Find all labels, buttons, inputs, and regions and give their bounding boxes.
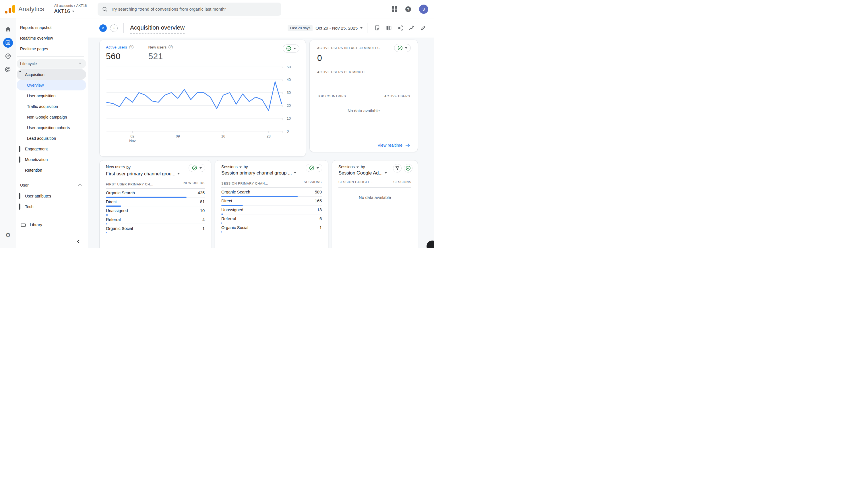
analytics-logo-icon — [4, 5, 15, 14]
sidebar-section-user[interactable]: User — [17, 180, 86, 190]
help-icon[interactable]: ? — [405, 6, 412, 13]
channel-label: Organic Search — [106, 190, 135, 195]
channel-label: Direct — [106, 200, 117, 204]
caret-down-icon — [316, 167, 319, 169]
dimension-column-header: FIRST USER PRIMARY CH... — [106, 183, 153, 186]
sidebar-item-non-google-campaign[interactable]: Non Google campaign — [17, 112, 86, 122]
sidebar-item-user-acquisition[interactable]: User acquisition — [17, 90, 86, 101]
sidebar-item-user-attributes[interactable]: User attributes — [17, 190, 86, 201]
dimension-column-header: SESSION PRIMARY CHAN... — [221, 182, 268, 185]
reports-icon-active[interactable] — [1, 36, 15, 49]
user-avatar[interactable]: 3 — [419, 4, 428, 14]
check-circle-icon[interactable] — [404, 164, 413, 172]
channel-bar — [106, 232, 107, 234]
insights-icon[interactable] — [406, 23, 417, 33]
sessions-by-channel-card: Sessions by Session primary channel grou… — [215, 160, 328, 248]
data-quality-dropdown[interactable] — [283, 45, 299, 52]
sidebar-item-engagement[interactable]: Engagement — [17, 143, 86, 154]
sidebar-item-library[interactable]: Library — [17, 219, 86, 231]
svg-text:30: 30 — [287, 91, 291, 95]
card-metric-label[interactable]: Sessions — [338, 165, 355, 169]
channel-label: Direct — [221, 199, 232, 203]
channel-value: 1 — [202, 226, 205, 231]
table-row: Organic Search425 — [106, 189, 205, 198]
channel-value: 1 — [320, 225, 322, 230]
notes-icon[interactable] — [371, 23, 383, 33]
view-realtime-link[interactable]: View realtime — [377, 143, 410, 148]
svg-text:50: 50 — [287, 65, 291, 69]
apps-grid-icon[interactable] — [392, 6, 397, 12]
sidebar-item-realtime-overview[interactable]: Realtime overview — [17, 33, 86, 43]
table-row: Organic Search589 — [221, 188, 322, 197]
sidebar-item-traffic-acquisition[interactable]: Traffic acquisition — [17, 101, 86, 112]
search-bar[interactable] — [97, 3, 281, 16]
channel-value: 10 — [200, 208, 205, 213]
metric-column-header: SESSIONS — [304, 180, 322, 185]
caret-down-icon — [360, 27, 362, 29]
caret-down-icon — [356, 167, 359, 168]
edit-icon[interactable] — [417, 23, 429, 33]
sidebar-item-tech[interactable]: Tech — [17, 201, 86, 212]
metric-column-header: NEW USERS — [183, 181, 205, 186]
card-metric-label[interactable]: Sessions — [221, 165, 238, 169]
sidebar-item-realtime-pages[interactable]: Realtime pages — [17, 43, 86, 54]
collapse-nav-icon[interactable] — [77, 240, 81, 244]
share-icon[interactable] — [394, 23, 406, 33]
caret-down-icon — [239, 167, 242, 168]
sidebar-section-life-cycle[interactable]: Life cycle — [17, 59, 86, 68]
dimension-dropdown[interactable]: First user primary channel grou... — [106, 171, 205, 176]
sidebar-item-user-acquisition-cohorts[interactable]: User acquisition cohorts — [17, 122, 86, 133]
metric-tab-new-users[interactable]: New users ? 521 — [149, 45, 173, 61]
page-title[interactable]: Acquisition overview — [130, 24, 185, 34]
date-range-selector[interactable]: Oct 29 - Nov 25, 2025 — [315, 26, 358, 30]
metric-tab-active-users[interactable]: Active users ? 560 — [106, 45, 134, 61]
per-minute-label: ACTIVE USERS PER MINUTE — [317, 70, 410, 74]
data-quality-dropdown[interactable] — [306, 164, 322, 172]
caret-down-icon — [72, 11, 74, 12]
channel-value: 589 — [315, 190, 322, 194]
property-badge[interactable]: A — [99, 25, 107, 32]
property-switcher[interactable]: AKT16 — [54, 8, 87, 14]
svg-text:09: 09 — [176, 134, 180, 138]
chevron-up-icon — [78, 63, 81, 66]
help-tooltip-icon[interactable]: ? — [169, 45, 173, 49]
data-quality-dropdown[interactable] — [394, 44, 411, 52]
channel-label: Organic Search — [221, 190, 250, 194]
caret-right-icon — [19, 157, 22, 162]
svg-text:40: 40 — [287, 78, 291, 82]
channel-bar — [221, 231, 222, 233]
sidebar-item-acquisition[interactable]: Acquisition — [17, 69, 86, 80]
channel-label: Organic Social — [106, 226, 133, 231]
sidebar-item-overview[interactable]: Overview — [17, 80, 86, 90]
explore-icon[interactable] — [1, 49, 15, 63]
admin-gear-icon[interactable]: ⚙ — [0, 232, 16, 238]
sidebar-item-monetization[interactable]: Monetization — [17, 154, 86, 165]
folder-icon — [21, 222, 26, 227]
data-quality-dropdown[interactable] — [189, 164, 205, 172]
dimension-dropdown[interactable]: Session primary channel group ... — [221, 170, 322, 176]
help-tooltip-icon[interactable]: ? — [129, 45, 134, 49]
active-users-value: 560 — [106, 51, 134, 61]
sidebar-item-retention[interactable]: Retention — [17, 165, 86, 175]
filter-icon[interactable] — [393, 164, 402, 172]
svg-text:10: 10 — [287, 117, 291, 121]
chevron-up-icon — [78, 184, 81, 187]
no-data-message: No data available — [338, 195, 411, 200]
home-icon[interactable] — [1, 22, 15, 36]
svg-text:Nov: Nov — [129, 139, 136, 143]
table-row: Direct165 — [221, 197, 322, 205]
channel-value: 6 — [320, 216, 322, 221]
search-input[interactable] — [111, 6, 277, 12]
check-circle-icon — [398, 45, 403, 50]
channel-value: 4 — [202, 217, 205, 222]
sidebar-item-lead-acquisition[interactable]: Lead acquisition — [17, 133, 86, 143]
account-breadcrumb[interactable]: All accounts › AKT16 — [54, 4, 87, 8]
add-comparison-button[interactable]: + — [110, 25, 118, 32]
channel-label: Referral — [221, 216, 236, 221]
comparison-icon[interactable] — [383, 23, 394, 33]
sidebar-item-reports-snapshot[interactable]: Reports snapshot — [17, 22, 86, 33]
chevron-right-icon: › — [74, 4, 75, 8]
divider — [17, 56, 84, 57]
card-metric-label[interactable]: New users — [106, 165, 125, 170]
advertising-icon[interactable] — [1, 63, 15, 76]
